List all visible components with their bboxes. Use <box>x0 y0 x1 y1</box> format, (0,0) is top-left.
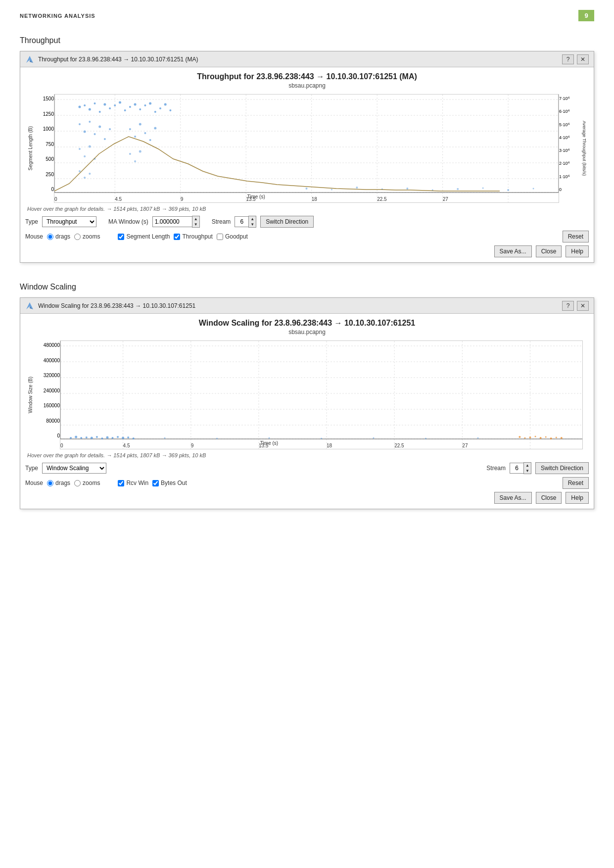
ws-stream-input[interactable] <box>510 463 523 474</box>
throughput-titlebar-right: ? ✕ <box>562 54 589 64</box>
svg-point-35 <box>79 148 81 150</box>
ws-stream-label: Stream <box>486 465 506 472</box>
svg-point-100 <box>86 436 88 438</box>
svg-point-98 <box>75 436 77 438</box>
ws-stream-down-arrow[interactable]: ▼ <box>524 468 531 474</box>
throughput-mouse-label: Mouse <box>25 233 43 240</box>
svg-point-45 <box>144 104 146 106</box>
throughput-save-as-button[interactable]: Save As... <box>494 245 532 257</box>
ws-zooms-radio: zooms <box>74 480 100 486</box>
ws-close-icon[interactable]: ✕ <box>577 301 589 311</box>
svg-point-57 <box>129 153 131 155</box>
svg-point-43 <box>134 103 137 106</box>
throughput-drags-label: drags <box>55 233 70 240</box>
ws-rcv-win-check[interactable] <box>118 480 124 486</box>
ws-switch-direction-button[interactable]: Switch Direction <box>535 462 589 474</box>
throughput-close-button[interactable]: Close <box>536 245 562 257</box>
throughput-stream-up-arrow[interactable]: ▲ <box>249 216 256 222</box>
ws-hover-info: Hover over the graph for details. → 1514… <box>25 452 589 458</box>
svg-point-107 <box>122 437 124 439</box>
ws-drags-label: drags <box>55 480 70 486</box>
ws-save-as-button[interactable]: Save As... <box>494 492 532 504</box>
svg-point-50 <box>169 109 171 111</box>
throughput-throughput-check[interactable] <box>174 234 180 240</box>
svg-point-59 <box>139 150 142 153</box>
svg-point-20 <box>89 108 91 111</box>
svg-text:22.5: 22.5 <box>394 443 404 448</box>
svg-point-66 <box>457 188 459 190</box>
svg-point-48 <box>159 107 161 109</box>
throughput-y-right-tick-7: 7·10⁶ <box>559 96 570 101</box>
svg-point-68 <box>507 189 509 191</box>
throughput-type-select[interactable]: Throughput <box>42 216 96 227</box>
svg-text:18: 18 <box>327 443 332 448</box>
throughput-zooms-label: zooms <box>83 233 100 240</box>
ws-bytes-out-label: Bytes Out <box>161 480 187 486</box>
throughput-ma-input[interactable] <box>152 216 192 227</box>
svg-point-54 <box>144 132 146 134</box>
throughput-goodput-check[interactable] <box>217 234 223 240</box>
throughput-ma-up-arrow[interactable]: ▲ <box>192 216 199 222</box>
ws-reset-button[interactable]: Reset <box>563 477 589 489</box>
throughput-zooms-radio-input[interactable] <box>74 234 81 240</box>
svg-point-69 <box>533 188 534 190</box>
ws-rcv-win-checkbox: Rcv Win <box>118 480 148 486</box>
throughput-drags-radio-input[interactable] <box>47 234 53 240</box>
svg-text:18: 18 <box>312 196 318 202</box>
throughput-help-icon[interactable]: ? <box>562 54 574 64</box>
ws-chart-title: Window Scaling for 23.8.96.238:443 → 10.… <box>25 319 589 328</box>
throughput-titlebar-left: Throughput for 23.8.96.238:443 → 10.10.3… <box>25 55 198 64</box>
svg-point-52 <box>134 136 136 138</box>
throughput-titlebar: Throughput for 23.8.96.238:443 → 10.10.3… <box>20 51 594 67</box>
svg-point-121 <box>269 437 270 439</box>
svg-point-29 <box>84 131 86 133</box>
svg-point-123 <box>373 437 375 439</box>
ws-close-button[interactable]: Close <box>536 492 562 504</box>
svg-point-125 <box>477 437 479 439</box>
ws-drags-radio-input[interactable] <box>47 480 53 486</box>
ws-body: Window Scaling for 23.8.96.238:443 → 10.… <box>20 314 594 509</box>
throughput-close-icon[interactable]: ✕ <box>577 54 589 64</box>
throughput-ma-down-arrow[interactable]: ▼ <box>192 222 199 227</box>
throughput-help-button[interactable]: Help <box>566 245 589 257</box>
ws-zooms-radio-input[interactable] <box>74 480 81 486</box>
svg-point-105 <box>112 437 114 439</box>
svg-point-23 <box>103 103 106 106</box>
svg-point-30 <box>89 121 91 123</box>
svg-text:27: 27 <box>462 443 468 448</box>
page-number: 9 <box>578 10 594 21</box>
svg-text:9: 9 <box>191 443 194 448</box>
ws-mouse-label: Mouse <box>25 480 43 486</box>
throughput-segment-length-checkbox: Segment Length <box>118 233 170 240</box>
svg-point-117 <box>556 437 557 438</box>
svg-text:4.5: 4.5 <box>123 443 130 448</box>
throughput-stream-input[interactable] <box>235 216 248 227</box>
ws-bytes-out-check[interactable] <box>152 480 159 486</box>
ws-rcv-win-label: Rcv Win <box>126 480 148 486</box>
throughput-stream-down-arrow[interactable]: ▼ <box>249 222 256 227</box>
svg-point-28 <box>79 123 81 125</box>
throughput-y-right-tick-4: 4·10⁶ <box>559 135 570 140</box>
svg-point-110 <box>519 436 520 438</box>
throughput-reset-button[interactable]: Reset <box>563 231 589 242</box>
throughput-y-tick-500: 500 <box>46 156 54 162</box>
ws-stream-up-arrow[interactable]: ▲ <box>524 463 531 468</box>
svg-point-24 <box>109 107 111 109</box>
ws-help-icon[interactable]: ? <box>562 301 574 311</box>
throughput-switch-direction-button[interactable]: Switch Direction <box>260 216 314 228</box>
svg-text:27: 27 <box>443 196 449 202</box>
svg-point-34 <box>109 128 111 130</box>
throughput-y-right-tick-5: 5·10⁶ <box>559 122 570 127</box>
svg-point-119 <box>164 437 166 439</box>
svg-point-61 <box>331 189 332 191</box>
svg-text:Time (s): Time (s) <box>247 194 265 199</box>
throughput-ma-window-label: MA Window (s) <box>108 218 148 225</box>
throughput-y-axis-label: Segment Length (B) <box>28 126 33 171</box>
throughput-segment-length-check[interactable] <box>118 234 124 240</box>
ws-y-tick-160000: 160000 <box>44 403 60 408</box>
ws-help-button[interactable]: Help <box>566 492 589 504</box>
ws-type-select[interactable]: Window Scaling <box>42 463 106 474</box>
svg-point-115 <box>545 436 547 438</box>
svg-point-37 <box>89 145 91 148</box>
svg-text:Time (s): Time (s) <box>260 440 278 446</box>
